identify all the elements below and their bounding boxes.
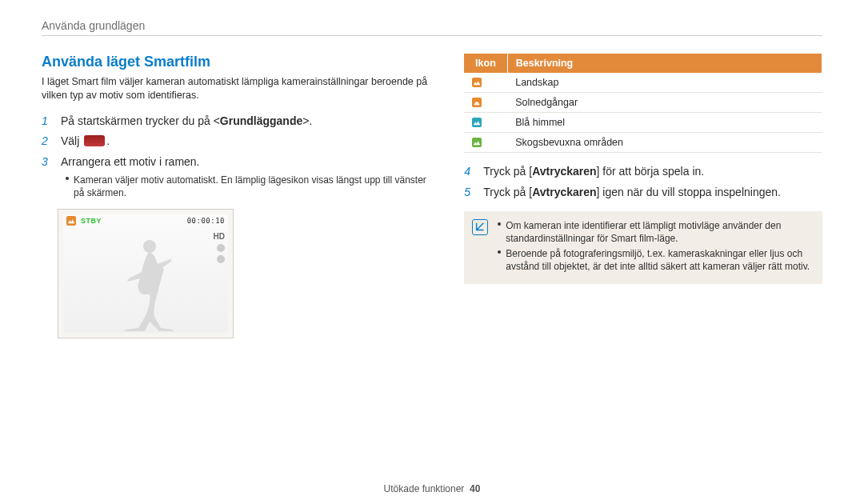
page-footer: Utökade funktioner 40	[0, 483, 864, 494]
table-cell: Solnedgångar	[507, 93, 822, 113]
lcd-screen: STBY 00:00:10 HD	[63, 214, 228, 333]
bullet-icon	[498, 222, 501, 226]
smart-film-mode-icon	[84, 135, 105, 146]
step-text-em: Avtryckaren	[532, 165, 596, 178]
timecode: 00:00:10	[187, 217, 225, 225]
footer-section: Utökade funktioner	[384, 483, 465, 494]
page: Använda grundlägen Använda läget Smartfi…	[0, 0, 864, 504]
step-text: På startskärmen trycker du på <Grundlägg…	[61, 114, 312, 130]
step-5: 5 Tryck på [Avtryckaren] igen när du vil…	[464, 185, 822, 201]
table-row: Blå himmel	[464, 113, 822, 133]
step-2: 2 Välj .	[42, 134, 435, 150]
icon-table: Ikon Beskrivning Landskap Solnedgångar	[464, 54, 822, 153]
table-cell: Skogsbevuxna områden	[507, 133, 822, 153]
step-text-part: >.	[302, 114, 312, 127]
step-text-em: Grundläggande	[220, 114, 302, 127]
blue-sky-icon	[472, 118, 482, 127]
step-text: Välj .	[61, 134, 110, 150]
columns: Använda läget Smartfilm I läget Smart fi…	[42, 54, 822, 338]
step-number: 1	[42, 114, 53, 127]
step-text-part: Tryck på [	[483, 186, 532, 198]
step-number: 3	[42, 155, 53, 168]
bullet-icon	[498, 250, 501, 254]
lcd-top-bar: STBY 00:00:10	[63, 214, 228, 227]
recording-status: STBY	[81, 217, 102, 225]
step-3-note: Kameran väljer motiv automatiskt. En läm…	[42, 174, 435, 199]
step-text-part: Tryck på [	[483, 165, 532, 178]
step-text: Tryck på [Avtryckaren] igen när du vill …	[483, 185, 781, 201]
breadcrumb: Använda grundlägen	[42, 19, 822, 32]
note-icon	[472, 219, 488, 235]
steps-right: 4 Tryck på [Avtryckaren] för att börja s…	[464, 164, 822, 200]
note-box: Om kameran inte identifierar ett lämplig…	[464, 211, 822, 284]
note-body: Om kameran inte identifierar ett lämplig…	[498, 219, 813, 274]
sunset-icon	[472, 98, 482, 107]
hd-indicator-icon: HD	[214, 232, 225, 241]
storage-icon	[217, 255, 225, 263]
step-text-part: ] för att börja spela in.	[597, 165, 705, 178]
forest-icon	[472, 138, 482, 147]
note-text: Om kameran inte identifierar ett lämplig…	[506, 219, 813, 245]
table-header-icon: Ikon	[464, 54, 507, 73]
camera-preview: STBY 00:00:10 HD	[58, 209, 234, 338]
table-row: Skogsbevuxna områden	[464, 133, 822, 153]
table-row: Landskap	[464, 73, 822, 93]
divider	[42, 35, 822, 36]
step-text-part: På startskärmen trycker du på <	[61, 114, 220, 127]
table-cell: Landskap	[507, 73, 822, 93]
bullet-icon	[66, 177, 69, 180]
steps-left: 1 På startskärmen trycker du på <Grundlä…	[42, 114, 435, 170]
section-heading: Använda läget Smartfilm	[42, 54, 435, 70]
note-text: Beroende på fotograferingsmiljö, t.ex. k…	[506, 247, 813, 273]
step-4: 4 Tryck på [Avtryckaren] för att börja s…	[464, 164, 822, 180]
svg-point-0	[143, 240, 156, 253]
step-3: 3 Arrangera ett motiv i ramen.	[42, 154, 435, 170]
right-column: Ikon Beskrivning Landskap Solnedgångar	[464, 54, 822, 338]
battery-icon	[217, 244, 225, 252]
left-column: Använda läget Smartfilm I läget Smart fi…	[42, 54, 435, 338]
page-number: 40	[470, 483, 480, 494]
step-text: Tryck på [Avtryckaren] för att börja spe…	[483, 164, 704, 180]
step-number: 5	[464, 186, 475, 198]
step-number: 2	[42, 134, 53, 147]
step-text: Arrangera ett motiv i ramen.	[61, 154, 200, 170]
step-text-part: .	[106, 134, 110, 147]
step-text-part: Välj	[61, 134, 82, 147]
intro-text: I läget Smart film väljer kameran automa…	[42, 75, 435, 102]
substep-text: Kameran väljer motiv automatiskt. En läm…	[74, 174, 435, 199]
table-cell: Blå himmel	[507, 113, 822, 133]
lcd-right-icons: HD	[214, 232, 225, 263]
landscape-mode-icon	[66, 216, 76, 226]
step-number: 4	[464, 165, 475, 178]
step-text-em: Avtryckaren	[532, 186, 596, 198]
svg-rect-1	[474, 104, 480, 106]
step-text-part: ] igen när du vill stoppa inspelningen.	[597, 186, 781, 198]
skater-silhouette	[110, 237, 182, 333]
table-header-desc: Beskrivning	[507, 54, 822, 73]
step-1: 1 På startskärmen trycker du på <Grundlä…	[42, 114, 435, 130]
landscape-icon	[472, 78, 482, 87]
table-row: Solnedgångar	[464, 93, 822, 113]
